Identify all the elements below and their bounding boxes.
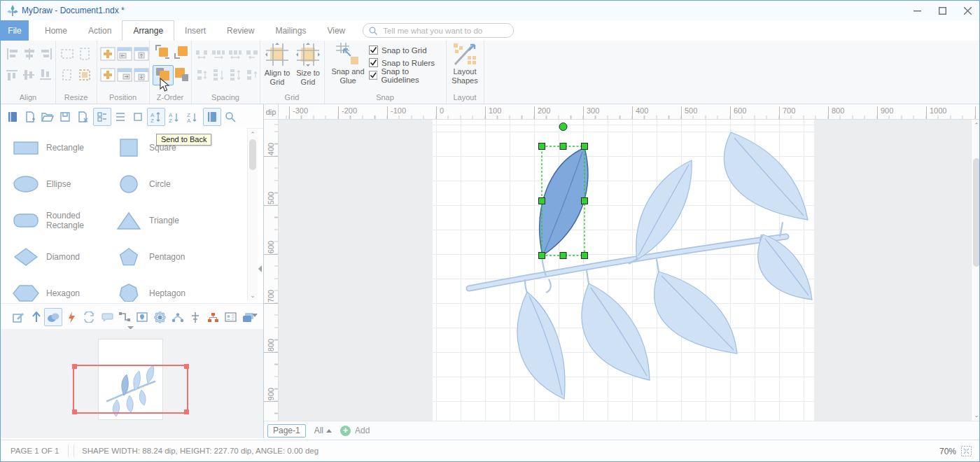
leaf-shape[interactable] bbox=[517, 292, 565, 399]
remove-library-button[interactable] bbox=[74, 108, 92, 126]
align-bottom-button[interactable] bbox=[38, 67, 54, 83]
snap-and-glue-button[interactable]: Snap and Glue bbox=[328, 42, 368, 85]
resize-width-button[interactable] bbox=[59, 46, 75, 62]
view-icons-button[interactable] bbox=[129, 108, 147, 126]
shape-item-triangle[interactable]: Triangle bbox=[115, 205, 209, 236]
position-center-v-button[interactable] bbox=[100, 67, 115, 83]
spacing-v2-button[interactable] bbox=[211, 67, 226, 83]
open-library-button[interactable] bbox=[38, 108, 57, 126]
resize-height-button[interactable] bbox=[77, 46, 92, 62]
snap-to-grid-checkbox[interactable]: Snap to Grid bbox=[369, 45, 427, 55]
comment-tool-button[interactable] bbox=[98, 308, 116, 326]
panel-collapse-icon[interactable] bbox=[258, 265, 262, 272]
position-bottom-button[interactable] bbox=[134, 67, 149, 83]
view-details-button[interactable] bbox=[93, 108, 111, 126]
shape-item-heptagon[interactable]: Heptagon bbox=[115, 278, 209, 302]
scrollbar-thumb[interactable] bbox=[249, 139, 256, 170]
tab-arrange[interactable]: Arrange bbox=[122, 20, 174, 41]
search-input[interactable] bbox=[382, 26, 496, 36]
spacing-h4-button[interactable] bbox=[244, 46, 260, 62]
spacing-v3-button[interactable] bbox=[227, 67, 243, 83]
minimize-button[interactable] bbox=[905, 1, 929, 20]
spacing-h2-button[interactable] bbox=[211, 46, 226, 62]
connector-tool-button[interactable] bbox=[62, 308, 80, 326]
elbow-connector-button[interactable] bbox=[115, 308, 134, 326]
align-top-button[interactable] bbox=[5, 67, 20, 83]
align-middle-button[interactable] bbox=[22, 67, 37, 83]
snap-to-guidelines-checkbox[interactable]: Snap to Guidelines bbox=[369, 70, 446, 80]
tab-home[interactable]: Home bbox=[34, 20, 78, 41]
org-chart-tool-button[interactable] bbox=[204, 308, 222, 326]
tab-review[interactable]: Review bbox=[216, 20, 265, 41]
position-right-button[interactable] bbox=[117, 67, 132, 83]
divider-tool-button[interactable] bbox=[186, 308, 204, 326]
size-to-content-button[interactable] bbox=[77, 67, 92, 83]
spacing-h1-button[interactable] bbox=[194, 46, 209, 62]
pages-tool-button[interactable] bbox=[239, 308, 257, 326]
page-tab[interactable]: Page-1 bbox=[267, 424, 306, 438]
align-center-button[interactable] bbox=[22, 46, 37, 62]
cluster-tool-button[interactable] bbox=[169, 308, 187, 326]
bring-to-front-button[interactable] bbox=[154, 44, 169, 59]
sort-toggle-button[interactable]: AZ bbox=[147, 108, 165, 126]
shape-item-ellipse[interactable]: Ellipse bbox=[12, 169, 106, 200]
scrollbar-thumb[interactable] bbox=[973, 158, 980, 267]
align-left-button[interactable] bbox=[5, 46, 20, 62]
close-button[interactable] bbox=[955, 1, 979, 20]
position-top-button[interactable] bbox=[134, 46, 149, 62]
shape-item-circle[interactable]: Circle bbox=[115, 169, 209, 200]
shapes-tool-button[interactable] bbox=[44, 308, 62, 326]
shape-item-rectangle[interactable]: Rectangle bbox=[12, 132, 106, 163]
send-backward-button[interactable] bbox=[173, 66, 188, 82]
shape-item-hexagon[interactable]: Hexagon bbox=[12, 278, 106, 302]
leaf-shape[interactable] bbox=[582, 284, 650, 380]
map-tool-button[interactable] bbox=[133, 308, 151, 326]
shape-list-scrollbar[interactable]: ⌃ ⌄ bbox=[247, 130, 258, 300]
spacing-v1-button[interactable] bbox=[194, 67, 209, 83]
shape-item-pentagon[interactable]: Pentagon bbox=[115, 241, 209, 272]
resize-both-button[interactable] bbox=[59, 67, 75, 83]
search-shapes-button[interactable] bbox=[221, 108, 239, 126]
sort-ascending-button[interactable]: AZ bbox=[165, 108, 183, 126]
spacing-v4-button[interactable] bbox=[244, 67, 260, 83]
loop-tool-button[interactable] bbox=[80, 308, 98, 326]
layout-shapes-button[interactable]: Layout Shapes bbox=[448, 42, 482, 85]
show-book-button[interactable] bbox=[203, 108, 221, 126]
toolbar-overflow-icon[interactable] bbox=[252, 314, 258, 317]
scroll-down-icon[interactable]: ⌄ bbox=[972, 412, 980, 419]
contact-card-tool-button[interactable] bbox=[221, 308, 239, 326]
library-book-button[interactable] bbox=[4, 108, 22, 126]
tab-mailings[interactable]: Mailings bbox=[265, 20, 316, 41]
bring-forward-button[interactable] bbox=[173, 44, 188, 59]
tab-file[interactable]: File bbox=[1, 20, 29, 41]
view-list-button[interactable] bbox=[111, 108, 130, 126]
sort-descending-button[interactable]: ZA bbox=[183, 108, 202, 126]
page-filter-dropdown[interactable]: All bbox=[314, 426, 332, 435]
save-library-button[interactable] bbox=[56, 108, 74, 126]
selected-leaf-shape[interactable] bbox=[540, 148, 588, 255]
position-center-h-button[interactable] bbox=[100, 46, 115, 62]
align-to-grid-button[interactable]: Align to Grid bbox=[262, 42, 292, 87]
size-to-grid-button[interactable]: Size to Grid bbox=[293, 42, 323, 87]
tab-insert[interactable]: Insert bbox=[174, 20, 216, 41]
add-page-button[interactable]: + Add bbox=[340, 426, 370, 436]
edit-tool-button[interactable] bbox=[9, 308, 27, 326]
scroll-down-icon[interactable]: ⌄ bbox=[248, 292, 258, 299]
pan-preview-area[interactable] bbox=[1, 329, 263, 438]
position-left-button[interactable] bbox=[117, 46, 132, 62]
scroll-up-icon[interactable]: ⌃ bbox=[248, 131, 258, 138]
spacing-h3-button[interactable] bbox=[227, 46, 243, 62]
search-box[interactable] bbox=[363, 23, 514, 38]
rotation-handle[interactable] bbox=[559, 123, 567, 131]
pointer-tool-button[interactable] bbox=[27, 308, 46, 326]
shape-item-diamond[interactable]: Diamond bbox=[12, 241, 106, 272]
network-tool-button[interactable] bbox=[150, 308, 169, 326]
canvas-vertical-scrollbar[interactable]: ⌃ ⌄ bbox=[971, 120, 980, 421]
tab-action[interactable]: Action bbox=[78, 20, 122, 41]
fit-to-window-button[interactable] bbox=[961, 446, 972, 456]
align-right-button[interactable] bbox=[38, 46, 54, 62]
new-library-button[interactable] bbox=[21, 108, 39, 126]
scroll-up-icon[interactable]: ⌃ bbox=[972, 122, 980, 129]
shape-item-rounded-rectangle[interactable]: Rounded Rectangle bbox=[12, 205, 106, 236]
tab-view[interactable]: View bbox=[316, 20, 356, 41]
